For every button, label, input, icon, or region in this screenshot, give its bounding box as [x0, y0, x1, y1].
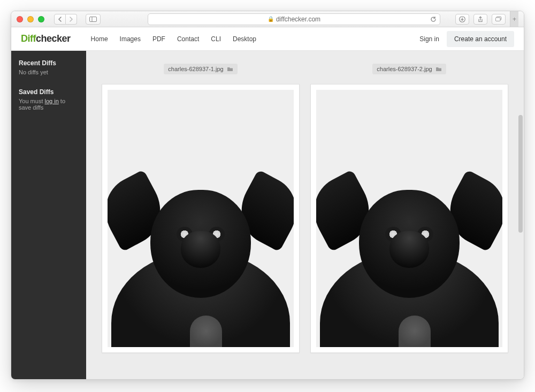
sidebar-recent-diffs: Recent Diffs No diffs yet [19, 59, 79, 75]
dog-image-left [111, 172, 290, 347]
nav-cli[interactable]: CLI [211, 35, 221, 43]
browser-reload-button[interactable] [430, 16, 437, 22]
logo[interactable]: Diffchecker [21, 33, 71, 44]
reload-icon [430, 16, 437, 22]
browser-address-bar[interactable]: 🔒 diffchecker.com [148, 13, 440, 25]
page: Diffchecker Home Images PDF Contact CLI … [11, 27, 524, 379]
logo-part-2: checker [36, 33, 71, 44]
nav-images[interactable]: Images [120, 35, 141, 43]
download-icon [459, 16, 465, 22]
folder-icon [435, 66, 442, 72]
nav-home[interactable]: Home [91, 35, 108, 43]
lock-icon: 🔒 [268, 16, 274, 22]
nav-desktop[interactable]: Desktop [233, 35, 256, 43]
browser-nav-buttons [54, 14, 77, 25]
browser-downloads-button[interactable] [455, 14, 469, 25]
left-image[interactable] [108, 90, 294, 347]
right-image-card [310, 84, 508, 353]
create-account-button[interactable]: Create an account [447, 31, 514, 47]
main-panel: charles-628937-1.jpg [86, 51, 524, 379]
browser-toolbar-right [455, 14, 506, 25]
sign-in-link[interactable]: Sign in [419, 35, 439, 43]
browser-new-tab-button[interactable]: + [510, 11, 518, 27]
window-controls [17, 16, 44, 22]
browser-sidebar-button[interactable] [86, 14, 101, 25]
svg-rect-0 [90, 17, 97, 21]
sidebar-login-link[interactable]: log in [45, 98, 59, 104]
left-filename: charles-628937-1.jpg [168, 66, 223, 72]
left-image-card [102, 84, 300, 353]
browser-forward-button[interactable] [66, 14, 77, 25]
sidebar-saved-title: Saved Diffs [19, 88, 79, 96]
browser-window: 🔒 diffchecker.com + Diffchecker [11, 11, 524, 380]
left-pane: charles-628937-1.jpg [102, 64, 300, 353]
chevron-left-icon [58, 17, 62, 22]
sidebar-recent-title: Recent Diffs [19, 59, 79, 67]
sidebar-saved-text: You must log in to save diffs [19, 98, 79, 111]
image-panes: charles-628937-1.jpg [99, 64, 511, 353]
window-close-button[interactable] [17, 16, 23, 22]
sidebar-saved-diffs: Saved Diffs You must log in to save diff… [19, 88, 79, 111]
tabs-icon [495, 16, 502, 22]
chevron-right-icon [69, 17, 73, 22]
logo-part-1: Diff [21, 33, 36, 44]
share-icon [477, 16, 484, 22]
sidebar: Recent Diffs No diffs yet Saved Diffs Yo… [11, 51, 86, 379]
nav-pdf[interactable]: PDF [152, 35, 165, 43]
browser-titlebar: 🔒 diffchecker.com + [11, 11, 524, 27]
right-image[interactable] [316, 90, 502, 347]
right-filename-chip[interactable]: charles-628937-2.jpg [372, 64, 446, 74]
folder-icon [227, 66, 233, 72]
sidebar-recent-empty: No diffs yet [19, 69, 79, 75]
left-filename-chip[interactable]: charles-628937-1.jpg [164, 64, 237, 74]
scrollbar[interactable] [518, 115, 523, 233]
nav-contact[interactable]: Contact [177, 35, 199, 43]
header-auth: Sign in Create an account [419, 31, 514, 47]
window-minimize-button[interactable] [27, 16, 34, 22]
right-pane: charles-628937-2.jpg [310, 64, 508, 353]
content: Recent Diffs No diffs yet Saved Diffs Yo… [11, 51, 524, 379]
site-header: Diffchecker Home Images PDF Contact CLI … [11, 27, 524, 51]
svg-rect-4 [495, 18, 500, 21]
browser-share-button[interactable] [473, 14, 487, 25]
browser-back-button[interactable] [54, 14, 66, 25]
sidebar-icon [89, 17, 97, 22]
primary-nav: Home Images PDF Contact CLI Desktop [91, 35, 256, 43]
browser-address-text: diffchecker.com [276, 16, 320, 23]
right-filename: charles-628937-2.jpg [377, 66, 432, 72]
browser-tabs-button[interactable] [492, 14, 506, 25]
window-zoom-button[interactable] [38, 16, 44, 22]
dog-image-right [320, 172, 499, 347]
sidebar-saved-prefix: You must [19, 98, 45, 104]
